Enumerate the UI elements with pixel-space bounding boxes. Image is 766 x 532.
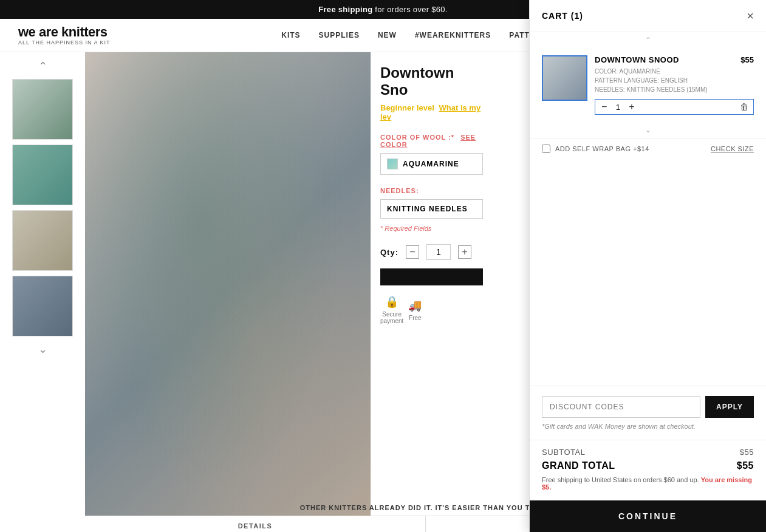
subtotal-value: $55 (740, 448, 754, 457)
trust-badge-payment: 🔒 Securepayment (380, 295, 403, 324)
cart-delete-icon[interactable]: 🗑 (740, 102, 748, 112)
discount-row: APPLY (542, 396, 754, 418)
subtotal-label: SUBTOTAL (542, 448, 585, 457)
needles-selector[interactable]: KNITTING NEEDLES (380, 199, 483, 219)
cart-title: CART (1) (542, 11, 583, 21)
cart-item: DOWNTOWN SNOOD $55 COLOR: AQUAMARINE PAT… (530, 48, 766, 122)
gift-bag-left: ADD SELF WRAP BAG +$14 (542, 145, 649, 153)
thumbnail-panel: ⌃ ⌄ (0, 52, 85, 532)
cart-scroll-up[interactable]: ⌃ (530, 32, 766, 48)
product-info-panel: Downtown Sno Beginner level What is my l… (371, 52, 492, 532)
cart-qty-decrease[interactable]: − (600, 101, 608, 112)
continue-button[interactable]: CONTINUE (530, 500, 766, 532)
nav-item-kits[interactable]: KITS (281, 31, 300, 39)
cart-scroll-down[interactable]: ⌄ (530, 122, 766, 138)
cart-meta-color: COLOR: AQUAMARINE (595, 67, 754, 76)
logo-tagline: ALL THE HAPPINESS IN A KIT (18, 39, 140, 46)
cart-gift-bag-option: ADD SELF WRAP BAG +$14 CHECK SIZE (530, 138, 766, 159)
banner-rest: for orders over $60. (372, 5, 447, 14)
level-label: Beginner level (380, 103, 434, 112)
needles-value: KNITTING NEEDLES (387, 205, 468, 213)
color-selector[interactable]: AQUAMARINE (380, 153, 483, 175)
discount-input[interactable] (542, 396, 700, 418)
thumb-scroll-up[interactable]: ⌃ (38, 58, 47, 74)
truck-icon: 🚚 (408, 299, 422, 312)
check-size-link[interactable]: CHECK SIZE (711, 145, 754, 152)
needles-label: NEEDLES: (380, 187, 483, 194)
thumbnail-2[interactable] (12, 145, 73, 205)
cart-qty-increase[interactable]: + (628, 101, 635, 112)
cart-item-details: DOWNTOWN SNOOD $55 COLOR: AQUAMARINE PAT… (595, 55, 754, 115)
color-label-text: COLOR OF WOOL : (380, 134, 451, 141)
cart-close-button[interactable]: × (747, 10, 754, 22)
cart-totals: SUBTOTAL $55 GRAND TOTAL $55 Free shippi… (530, 440, 766, 500)
cart-item-image (542, 55, 587, 101)
trust-badge-free: 🚚 Free (408, 299, 422, 321)
needles-label-text: NEEDLES: (380, 187, 419, 194)
nav-item-supplies[interactable]: SUPPLIES (319, 31, 360, 39)
product-image (85, 52, 371, 532)
qty-decrease-button[interactable]: − (406, 245, 419, 259)
trust-free-label: Free (409, 315, 422, 321)
add-to-cart-button[interactable] (380, 268, 483, 285)
lock-icon: 🔒 (385, 295, 398, 309)
grand-total-label: GRAND TOTAL (542, 460, 615, 471)
color-label: COLOR OF WOOL :* SEE COLOR (380, 134, 483, 148)
cart-item-name: DOWNTOWN SNOOD (595, 55, 679, 64)
cart-item-qty-controls: − 1 + 🗑 (595, 99, 754, 115)
required-fields-note: * Required Fields (380, 225, 483, 232)
tab-details-label: DETAILS (238, 522, 273, 530)
color-swatch (387, 159, 398, 169)
quantity-section: Qty: − + (380, 244, 483, 260)
trust-badges: 🔒 Securepayment 🚚 Free (380, 295, 483, 324)
cart-meta-language: PATTERN LANGUAGE: ENGLISH (595, 76, 754, 85)
cart-discount-section: APPLY *Gift cards and WAK Money are show… (530, 386, 766, 440)
logo-name[interactable]: we are knitters (18, 25, 140, 39)
product-level: Beginner level What is my lev (380, 103, 483, 121)
cart-item-price: $55 (740, 55, 754, 64)
gift-note: *Gift cards and WAK Money are shown at c… (542, 423, 754, 430)
trust-payment-label: Securepayment (380, 311, 403, 324)
tab-details[interactable]: DETAILS (85, 516, 426, 532)
banner-bold: Free shipping (318, 5, 372, 14)
cart-spacer (530, 159, 766, 386)
shipping-note: Free shipping to United States on orders… (542, 476, 754, 491)
shipping-note-text: Free shipping to United States on orders… (542, 476, 699, 483)
subtotal-row: SUBTOTAL $55 (542, 448, 754, 457)
footer-text: OTHER KNITTERS ALREADY DID IT. IT'S EASI… (300, 504, 552, 511)
thumbnail-1[interactable] (12, 79, 73, 140)
logo-area: we are knitters ALL THE HAPPINESS IN A K… (18, 25, 140, 46)
thumbnail-4[interactable] (12, 276, 73, 336)
cart-header: CART (1) × (530, 0, 766, 32)
thumb-scroll-down[interactable]: ⌄ (38, 341, 47, 357)
color-required: * (451, 134, 454, 141)
gift-bag-checkbox[interactable] (542, 145, 550, 153)
product-image-inner (85, 52, 371, 532)
thumbnail-3[interactable] (12, 210, 73, 271)
required-fields-text: * Required Fields (380, 225, 431, 232)
cart-meta-needles: NEEDLES: KNITTING NEEDLES (15MM) (595, 85, 754, 94)
product-title: Downtown Sno (380, 64, 483, 98)
cart-qty-value: 1 (612, 103, 624, 112)
qty-label: Qty: (380, 248, 398, 257)
nav-item-new[interactable]: NEW (378, 31, 397, 39)
grand-total-row: GRAND TOTAL $55 (542, 460, 754, 471)
gift-bag-label: ADD SELF WRAP BAG +$14 (555, 145, 649, 152)
qty-increase-button[interactable]: + (458, 245, 471, 259)
cart-item-meta: COLOR: AQUAMARINE PATTERN LANGUAGE: ENGL… (595, 67, 754, 94)
color-value: AQUAMARINE (403, 160, 459, 168)
nav-item-weareknitters[interactable]: #WEAREKNITTERS (415, 31, 491, 39)
apply-discount-button[interactable]: APPLY (705, 396, 754, 418)
cart-panel: CART (1) × ⌃ DOWNTOWN SNOOD $55 COLOR: A… (529, 0, 766, 532)
grand-total-value: $55 (737, 460, 754, 471)
qty-input[interactable] (426, 244, 451, 260)
